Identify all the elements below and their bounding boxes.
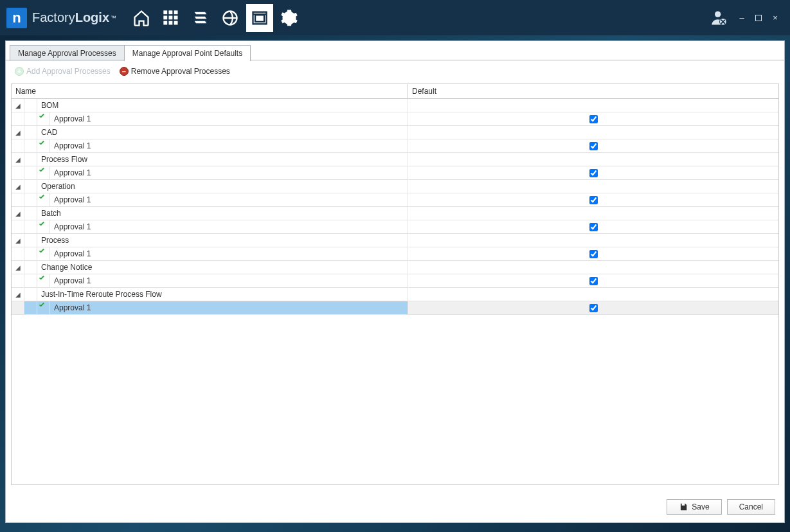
remove-approval-processes-button[interactable]: – Remove Approval Processes — [117, 66, 233, 77]
table-row[interactable]: Approval 1 — [12, 247, 778, 261]
checkmark-icon — [37, 247, 46, 255]
checkmark-icon — [37, 112, 46, 120]
window-minimize-button[interactable]: – — [737, 13, 746, 22]
group-name: CAD — [37, 126, 408, 139]
nav-stack-button[interactable] — [187, 4, 214, 32]
checkmark-icon — [37, 166, 46, 174]
chevron-down-icon: ◢ — [15, 264, 21, 271]
app-title: FactoryLogix™ — [32, 10, 116, 25]
group-name: Operation — [37, 180, 408, 193]
add-approval-processes-button: + Add Approval Processes — [12, 66, 113, 77]
svg-rect-2 — [174, 10, 178, 14]
add-approval-label: Add Approval Processes — [26, 67, 111, 76]
default-checkbox[interactable] — [589, 115, 598, 123]
svg-rect-11 — [255, 15, 264, 22]
table-row[interactable]: ◢Operation — [12, 180, 778, 193]
user-status-icon[interactable] — [710, 9, 728, 27]
save-button[interactable]: Save — [667, 499, 721, 515]
table-row[interactable]: ◢BOM — [12, 99, 778, 112]
approval-grid: Name Default ◢BOMApproval 1◢CADApproval … — [11, 84, 779, 485]
table-row[interactable]: ◢Process — [12, 234, 778, 247]
title-bar: n FactoryLogix™ – × — [0, 0, 790, 35]
group-name: Process — [37, 234, 408, 247]
group-name: Process Flow — [37, 153, 408, 166]
window-close-button[interactable]: × — [771, 13, 780, 22]
nav-settings-button[interactable] — [276, 4, 303, 32]
svg-rect-6 — [163, 21, 167, 24]
table-row[interactable]: ◢Batch — [12, 207, 778, 220]
chevron-down-icon: ◢ — [15, 156, 21, 163]
item-name: Approval 1 — [50, 301, 408, 314]
svg-rect-3 — [163, 15, 167, 19]
svg-rect-16 — [756, 15, 762, 21]
expand-toggle[interactable]: ◢ — [12, 99, 24, 112]
table-row[interactable]: Approval 1 — [12, 166, 778, 180]
nav-globe-button[interactable] — [217, 4, 244, 32]
table-row[interactable]: Approval 1 — [12, 274, 778, 288]
remove-approval-label: Remove Approval Processes — [131, 67, 230, 76]
nav-grid-button[interactable] — [157, 4, 184, 32]
svg-rect-1 — [169, 10, 173, 14]
cancel-button[interactable]: Cancel — [727, 499, 775, 515]
default-checkbox[interactable] — [589, 169, 598, 177]
expand-toggle[interactable]: ◢ — [12, 288, 24, 301]
minus-icon: – — [120, 67, 129, 76]
nav-home-button[interactable] — [128, 4, 155, 32]
svg-rect-7 — [169, 21, 173, 24]
nav-window-button[interactable] — [246, 4, 273, 32]
table-row[interactable]: ◢Process Flow — [12, 153, 778, 166]
expand-toggle[interactable]: ◢ — [12, 180, 24, 193]
expand-toggle[interactable]: ◢ — [12, 234, 24, 247]
app-logo: n — [6, 8, 27, 28]
column-header-name[interactable]: Name — [12, 84, 408, 98]
default-checkbox[interactable] — [589, 277, 598, 285]
window-maximize-button[interactable] — [754, 13, 763, 22]
item-name: Approval 1 — [50, 274, 408, 287]
item-name: Approval 1 — [50, 112, 408, 125]
default-checkbox[interactable] — [589, 142, 598, 150]
default-checkbox[interactable] — [589, 250, 598, 258]
chevron-down-icon: ◢ — [15, 291, 21, 298]
chevron-down-icon: ◢ — [15, 237, 21, 244]
table-row[interactable]: Approval 1 — [12, 193, 778, 207]
item-name: Approval 1 — [50, 166, 408, 179]
default-checkbox[interactable] — [589, 223, 598, 231]
item-name: Approval 1 — [50, 247, 408, 260]
checkmark-icon — [37, 193, 46, 201]
item-name: Approval 1 — [50, 220, 408, 233]
svg-rect-8 — [174, 21, 178, 24]
table-row[interactable]: ◢Change Notice — [12, 261, 778, 274]
group-name: Batch — [37, 207, 408, 220]
chevron-down-icon: ◢ — [15, 129, 21, 136]
group-name: Change Notice — [37, 261, 408, 274]
svg-rect-4 — [169, 15, 173, 19]
checkmark-icon — [37, 274, 46, 282]
table-row[interactable]: ◢CAD — [12, 126, 778, 139]
expand-toggle[interactable]: ◢ — [12, 207, 24, 220]
table-row[interactable]: Approval 1 — [12, 112, 778, 126]
table-row[interactable]: Approval 1 — [12, 139, 778, 153]
table-row[interactable]: Approval 1 — [12, 220, 778, 234]
expand-toggle[interactable]: ◢ — [12, 261, 24, 274]
tab-manage-approval-processes[interactable]: Manage Approval Processes — [10, 45, 125, 61]
group-name: BOM — [37, 99, 408, 112]
table-row[interactable]: ◢Just-In-Time Reroute Process Flow — [12, 288, 778, 301]
checkmark-icon — [37, 220, 46, 228]
checkmark-icon — [37, 301, 46, 309]
item-name: Approval 1 — [50, 139, 408, 152]
default-checkbox[interactable] — [589, 304, 598, 312]
chevron-down-icon: ◢ — [15, 102, 21, 109]
default-checkbox[interactable] — [589, 196, 598, 204]
expand-toggle[interactable]: ◢ — [12, 126, 24, 139]
main-panel: Manage Approval Processes Manage Approva… — [5, 40, 785, 523]
table-row[interactable]: Approval 1 — [12, 301, 778, 315]
svg-rect-0 — [163, 10, 167, 14]
column-header-default[interactable]: Default — [408, 84, 778, 98]
plus-icon: + — [15, 67, 24, 76]
svg-point-13 — [715, 11, 721, 17]
expand-toggle[interactable]: ◢ — [12, 153, 24, 166]
item-name: Approval 1 — [50, 193, 408, 206]
save-icon — [679, 502, 688, 511]
checkmark-icon — [37, 139, 46, 147]
tab-manage-approval-point-defaults[interactable]: Manage Approval Point Defaults — [124, 45, 251, 61]
